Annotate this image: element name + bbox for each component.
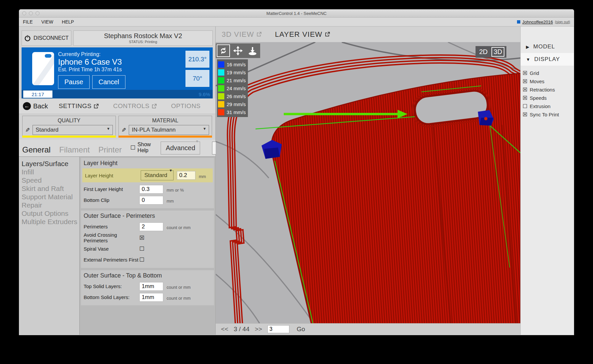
layer-height-input[interactable] [177, 171, 195, 180]
quality-value: Standard [36, 127, 58, 133]
extrusion-checkbox[interactable]: ☐ [523, 103, 527, 109]
advanced-label: Advanced [166, 144, 195, 152]
category-repair[interactable]: Repair [22, 201, 79, 209]
options-label: OPTIONS [171, 102, 201, 110]
top-solid-layers-input[interactable] [139, 282, 163, 291]
2d-mode-button[interactable]: 2D [478, 48, 489, 56]
quality-title: QUALITY [25, 118, 113, 124]
tab-general[interactable]: General [22, 145, 50, 154]
retractions-toggle[interactable]: ☒ Retractions [523, 86, 574, 94]
bottom-solid-layers-input[interactable] [139, 293, 163, 302]
bottom-clip-input[interactable] [139, 196, 163, 205]
speed-label: 19 mm/s [227, 70, 246, 75]
previous-layer-button[interactable]: << [221, 326, 228, 333]
avoid-crossing-label: Avoid Crossing Perimeters [84, 232, 139, 243]
external-link-icon [257, 32, 261, 37]
sync-to-print-toggle[interactable]: ☒ Sync To Print [523, 110, 574, 119]
settings-label: SETTINGS [59, 102, 92, 110]
material-title: MATERIAL [121, 118, 209, 124]
layer-height-preset-dropdown[interactable]: Standard ▼ [141, 170, 174, 180]
avoid-crossing-checkbox[interactable]: ☒ [139, 235, 144, 241]
display-section-toggle[interactable]: ▼ DISPLAY [521, 53, 574, 66]
edit-pencil-icon[interactable]: ✎ [25, 127, 30, 134]
bottom-clip-row: Bottom Clip mm [84, 195, 211, 206]
account-username-link[interactable]: Johncoffee2016 [522, 20, 553, 25]
chevron-down-icon: ▼ [526, 57, 530, 62]
layer-number-input[interactable] [267, 325, 289, 333]
drop-to-bed-icon [248, 46, 257, 55]
menu-file[interactable]: FILE [23, 19, 33, 25]
options-nav-link[interactable]: OPTIONS [171, 102, 201, 110]
layer-view-label: LAYER VIEW [275, 30, 322, 39]
category-infill[interactable]: Infill [22, 168, 79, 176]
grid-checkbox[interactable]: ☒ [523, 70, 527, 76]
first-layer-height-unit: mm or % [167, 186, 184, 193]
tab-printer[interactable]: Printer [98, 145, 122, 154]
speeds-toggle[interactable]: ☒ Speeds [523, 94, 574, 102]
spiral-vase-checkbox[interactable]: ☐ [139, 246, 144, 252]
tab-filament[interactable]: Filament [59, 145, 90, 154]
extrusion-toggle[interactable]: ☐ Extrusion [523, 102, 574, 110]
external-link-icon [325, 32, 330, 37]
tab-3d-view[interactable]: 3D VIEW [222, 30, 261, 39]
pan-view-button[interactable] [231, 44, 245, 57]
speed-color-chip [218, 77, 224, 84]
category-multiple-extruders[interactable]: Multiple Extruders [22, 217, 79, 226]
category-speed[interactable]: Speed [22, 176, 79, 184]
speed-color-chip [218, 101, 224, 107]
rotate-view-button[interactable] [217, 44, 230, 57]
advanced-button[interactable]: Advanced ▼ [161, 142, 200, 154]
tab-layer-view[interactable]: LAYER VIEW [275, 30, 330, 39]
hotend-temperature[interactable]: 210.3° [185, 51, 209, 68]
settings-nav-link[interactable]: SETTINGS [59, 102, 99, 110]
avoid-crossing-row: Avoid Crossing Perimeters ☒ [84, 232, 211, 243]
disconnect-button[interactable]: DISCONNECT [22, 30, 71, 46]
category-skirt-raft[interactable]: Skirt and Raft [22, 184, 79, 193]
show-help-toggle[interactable]: ☐ Show Help [130, 142, 151, 153]
sync-to-print-checkbox[interactable]: ☒ [523, 112, 527, 117]
external-perimeters-row: External Perimeters First ☐ [84, 254, 211, 265]
legend-row: 16 mm/s [218, 60, 246, 68]
external-perimeters-checkbox[interactable]: ☐ [139, 257, 144, 263]
moves-checkbox[interactable]: ☒ [523, 79, 527, 84]
app-window: MatterControl 1.4 - SeeMeCNC FILE VIEW H… [19, 9, 574, 335]
layer-height-row: Layer Height Standard ▼ mm [82, 168, 213, 182]
material-dropdown[interactable]: IN-PLA Taulmann ▼ [129, 125, 209, 135]
category-output-options[interactable]: Output Options [22, 209, 79, 217]
pause-button[interactable]: Pause [58, 75, 90, 89]
sign-out-link[interactable]: (sign out) [555, 20, 570, 24]
layer-position: 3 / 44 [234, 326, 250, 333]
next-layer-button[interactable]: >> [255, 326, 262, 333]
category-support-material[interactable]: Support Material [22, 193, 79, 201]
retractions-checkbox[interactable]: ☒ [523, 87, 527, 92]
bed-temperature[interactable]: 70° [185, 70, 209, 87]
quality-dropdown[interactable]: Standard ▼ [33, 125, 113, 135]
menu-help[interactable]: HELP [62, 19, 74, 25]
layer-view-canvas[interactable]: 16 mm/s 19 mm/s 21 mm/s 24 mm/s 26 mm/s … [216, 42, 520, 323]
moves-toggle[interactable]: ☒ Moves [523, 77, 574, 86]
model-section-toggle[interactable]: ▶ MODEL [521, 40, 574, 53]
chevron-right-icon: ▶ [526, 44, 529, 49]
grid-toggle[interactable]: ☒ Grid [523, 69, 574, 77]
speeds-checkbox[interactable]: ☒ [523, 95, 527, 101]
speed-label: 16 mm/s [227, 62, 246, 67]
go-to-layer-button[interactable]: Go [297, 326, 305, 333]
chevron-down-icon: ▼ [107, 127, 110, 131]
drop-to-bed-button[interactable] [246, 44, 259, 57]
cancel-button[interactable]: Cancel [92, 75, 125, 89]
printer-name-box[interactable]: Stephans Rostock Max V2 STATUS: Printing [73, 30, 213, 46]
legend-row: 31 mm/s [218, 108, 246, 116]
legend-row: 21 mm/s [218, 76, 246, 84]
show-help-checkbox[interactable]: ☐ [130, 145, 135, 151]
perimeters-input[interactable] [139, 222, 163, 231]
view-column: 3D VIEW LAYER VIEW [216, 27, 520, 335]
3d-mode-button[interactable]: 3D [491, 47, 505, 57]
controls-nav-link[interactable]: CONTROLS [113, 102, 157, 110]
layer-height-label: Layer Height [85, 173, 141, 178]
first-layer-height-input[interactable] [139, 185, 163, 194]
category-layers-surface[interactable]: Layers/Surface [22, 159, 79, 168]
menu-view[interactable]: VIEW [41, 19, 53, 25]
bottom-clip-unit: mm [167, 197, 174, 204]
edit-pencil-icon[interactable]: ✎ [121, 127, 126, 134]
back-button[interactable]: ← Back [23, 102, 48, 110]
